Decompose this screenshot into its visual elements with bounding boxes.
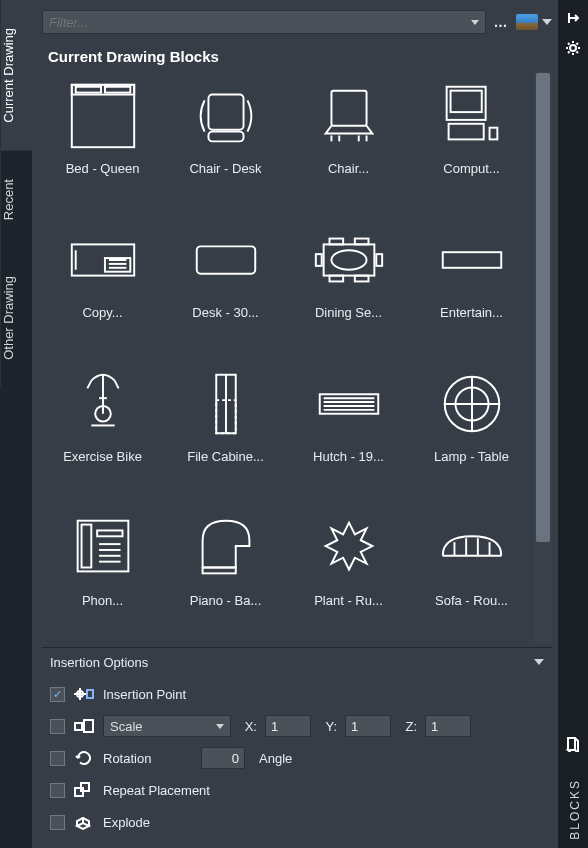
block-label: Exercise Bike [63,449,142,464]
palette-title: BLOCKS [568,779,582,840]
rotation-label: Rotation [103,751,193,766]
svg-rect-7 [208,132,243,142]
block-chair-other[interactable]: Chair... [292,77,405,205]
scale-icon [73,718,95,734]
svg-rect-55 [202,568,235,574]
explode-label: Explode [103,815,150,830]
block-label: Piano - Ba... [190,593,262,608]
svg-rect-8 [331,91,366,126]
section-title: Current Drawing Blocks [48,48,552,65]
filter-row: … [42,8,552,36]
block-label: Bed - Queen [66,161,140,176]
scrollbar-thumb[interactable] [536,73,550,542]
block-label: Comput... [443,161,499,176]
svg-rect-5 [104,87,129,93]
tab-other-drawing[interactable]: Other Drawing [0,248,32,388]
block-dining-set[interactable]: Dining Se... [292,221,405,349]
opt-rotation: Rotation Angle [50,746,544,770]
svg-line-35 [114,381,118,389]
scale-label: Scale [110,719,143,734]
filter-input[interactable] [49,15,471,30]
scrollbar[interactable] [534,71,552,643]
settings-icon[interactable] [565,40,581,56]
block-hutch[interactable]: Hutch - 19... [292,365,405,493]
scale-z-input[interactable] [425,715,471,737]
blocks-palette-icon[interactable] [565,736,581,752]
block-entertainment[interactable]: Entertain... [415,221,528,349]
checkbox-insertion-point[interactable]: ✓ [50,687,65,702]
svg-rect-1 [568,738,575,750]
block-label: File Cabine... [187,449,264,464]
svg-rect-29 [354,276,368,282]
insertion-options-label: Insertion Options [50,655,148,670]
block-label: Chair... [328,161,369,176]
svg-rect-31 [376,254,382,266]
repeat-label: Repeat Placement [103,783,210,798]
insertion-options-body: ✓ Insertion Point Scale X: Y: [42,676,552,842]
block-copy[interactable]: Copy... [46,221,159,349]
opt-insertion-point: ✓ Insertion Point [50,682,544,706]
svg-rect-40 [319,394,378,414]
block-label: Desk - 30... [192,305,258,320]
insertion-point-label: Insertion Point [103,687,186,702]
svg-rect-28 [329,276,343,282]
blocks-panel: … Current Drawing Blocks Bed - Queen Cha… [32,0,558,848]
insertion-options: Insertion Options ✓ Insertion Point Scal… [42,647,552,842]
svg-line-34 [87,381,91,389]
explode-icon [73,813,95,831]
tab-recent[interactable]: Recent [0,151,32,248]
checkbox-repeat[interactable] [50,783,65,798]
tab-current-drawing[interactable]: Current Drawing [0,0,32,151]
side-tabs: Current Drawing Recent Other Drawing [0,0,32,848]
svg-rect-13 [446,87,485,120]
svg-rect-49 [81,525,91,568]
svg-rect-63 [87,690,93,698]
insertion-options-header[interactable]: Insertion Options [42,648,552,676]
block-chair-desk[interactable]: Chair - Desk [169,77,282,205]
opt-scale: Scale X: Y: Z: [50,714,544,738]
checkbox-rotation[interactable] [50,751,65,766]
block-label: Sofa - Rou... [435,593,508,608]
svg-rect-6 [208,95,243,130]
block-plant[interactable]: Plant - Ru... [292,509,405,637]
block-label: Plant - Ru... [314,593,383,608]
view-dropdown-icon[interactable] [542,19,552,25]
block-label: Phon... [82,593,123,608]
block-bed-queen[interactable]: Bed - Queen [46,77,159,205]
checkbox-explode[interactable] [50,815,65,830]
svg-rect-50 [97,530,122,536]
svg-rect-23 [196,246,255,273]
block-label: Hutch - 19... [313,449,384,464]
block-lamp-table[interactable]: Lamp - Table [415,365,528,493]
block-desk[interactable]: Desk - 30... [169,221,282,349]
block-label: Entertain... [440,305,503,320]
thumbnail-view-icon[interactable] [516,14,538,30]
block-exercise-bike[interactable]: Exercise Bike [46,365,159,493]
block-piano[interactable]: Piano - Ba... [169,509,282,637]
svg-rect-16 [489,128,497,140]
x-label: X: [239,719,257,734]
block-grid: Bed - Queen Chair - Desk Chair... Comput… [42,71,532,643]
scale-dropdown[interactable]: Scale [103,715,231,737]
filter-combo[interactable] [42,10,486,34]
scale-y-input[interactable] [345,715,391,737]
svg-rect-64 [75,723,82,730]
svg-point-0 [570,45,576,51]
block-file-cabinet[interactable]: File Cabine... [169,365,282,493]
opt-explode: Explode [50,810,544,834]
browse-button[interactable]: … [490,11,512,33]
rotation-input[interactable] [201,747,245,769]
auto-hide-icon[interactable] [565,10,581,26]
block-phone[interactable]: Phon... [46,509,159,637]
svg-rect-65 [84,720,93,732]
block-grid-area: Bed - Queen Chair - Desk Chair... Comput… [42,71,552,643]
z-label: Z: [399,719,417,734]
svg-rect-30 [315,254,321,266]
scale-x-input[interactable] [265,715,311,737]
svg-rect-27 [354,239,368,245]
block-computer[interactable]: Comput... [415,77,528,205]
block-sofa[interactable]: Sofa - Rou... [415,509,528,637]
palette-controls [558,0,588,848]
insertion-point-icon [73,686,95,702]
checkbox-scale[interactable] [50,719,65,734]
